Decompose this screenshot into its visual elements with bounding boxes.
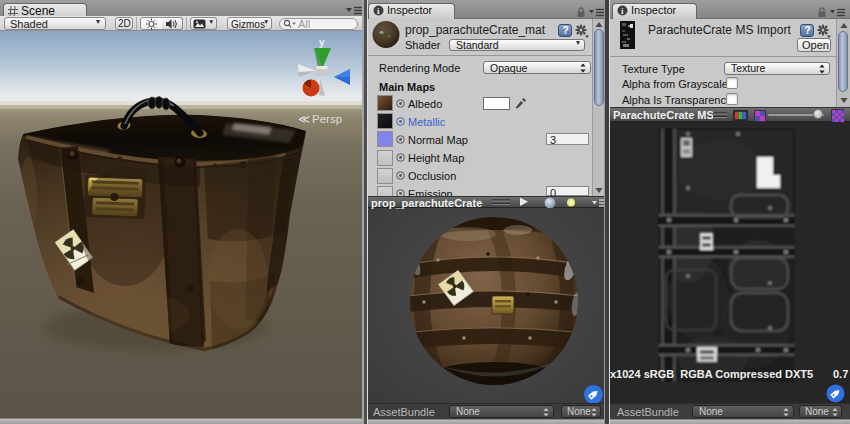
svg-text:Persp: Persp [312,113,342,125]
svg-text:y: y [319,37,325,48]
svg-text:≪: ≪ [298,113,310,125]
svg-text:x: x [305,95,311,106]
